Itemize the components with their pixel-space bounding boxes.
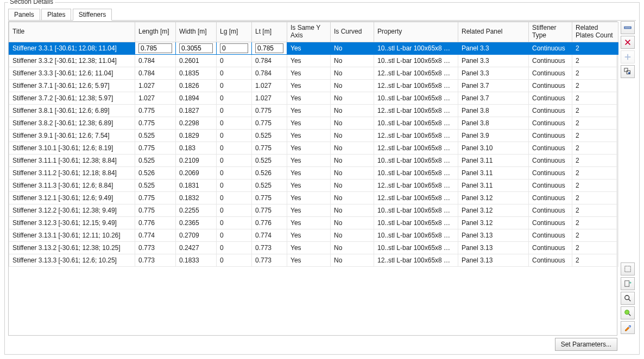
cell-lg[interactable]: 0: [217, 117, 252, 129]
cell-curved[interactable]: No: [331, 104, 374, 117]
cell-lt[interactable]: 0.775: [252, 117, 287, 129]
cell-rp[interactable]: 2: [572, 179, 618, 191]
cell-lt[interactable]: 0.776: [252, 216, 287, 229]
cell-same[interactable]: Yes: [287, 179, 331, 191]
cell-title[interactable]: Stiffener 3.10.1 [-30.61; 12.6; 8.19]: [9, 142, 135, 154]
cell-curved[interactable]: No: [331, 54, 374, 67]
cell-width[interactable]: 0.1832: [176, 191, 217, 204]
select-box-icon[interactable]: [621, 262, 635, 275]
cell-lg[interactable]: 0: [217, 179, 252, 191]
expand-icon[interactable]: [621, 21, 635, 34]
cell-same[interactable]: Yes: [287, 129, 331, 142]
cell-panel[interactable]: Panel 3.3: [458, 54, 529, 67]
table-header-row[interactable]: Title Length [m] Width [m] Lg [m] Lt [m]…: [9, 22, 618, 42]
cell-curved[interactable]: No: [331, 67, 374, 79]
cell-rp[interactable]: 2: [572, 254, 618, 266]
cell-property[interactable]: 12..stl L-bar 100x65x8 mm (side): [374, 254, 458, 266]
col-title[interactable]: Title: [9, 22, 135, 42]
col-lg[interactable]: Lg [m]: [217, 22, 252, 42]
cell-length[interactable]: 0.773: [135, 241, 176, 254]
tab-plates[interactable]: Plates: [41, 9, 71, 21]
cell-lt[interactable]: 0.775: [252, 104, 287, 117]
stiffeners-table[interactable]: Title Length [m] Width [m] Lg [m] Lt [m]…: [9, 22, 618, 267]
table-row[interactable]: Stiffener 3.12.1 [-30.61; 12.6; 9.49]0.7…: [9, 191, 618, 204]
cell-rp[interactable]: 2: [572, 104, 618, 117]
cell-lg[interactable]: 0: [217, 129, 252, 142]
cell-input-lg[interactable]: [220, 43, 248, 53]
table-row[interactable]: Stiffener 3.7.1 [-30.61; 12.6; 5.97]1.02…: [9, 79, 618, 92]
cell-property[interactable]: 12..stl L-bar 100x65x8 mm (side): [374, 67, 458, 79]
cell-stype[interactable]: Continuous: [529, 241, 572, 254]
table-row[interactable]: Stiffener 3.12.3 [-30.61; 12.15; 9.49]0.…: [9, 216, 618, 229]
cell-curved[interactable]: No: [331, 229, 374, 241]
cell-stype[interactable]: Continuous: [529, 92, 572, 104]
cell-same[interactable]: Yes: [287, 254, 331, 266]
cell-width[interactable]: 0.1835: [176, 67, 217, 79]
cell-title[interactable]: Stiffener 3.13.3 [-30.61; 12.6; 10.25]: [9, 254, 135, 266]
cell-lg[interactable]: 0: [217, 92, 252, 104]
cell-lg[interactable]: 0: [217, 229, 252, 241]
cell-panel[interactable]: Panel 3.8: [458, 104, 529, 117]
cell-lg[interactable]: 0: [217, 79, 252, 92]
cell-rp[interactable]: 2: [572, 229, 618, 241]
cell-rp[interactable]: 2: [572, 166, 618, 179]
cell-length[interactable]: 0.525: [135, 154, 176, 166]
cell-stype[interactable]: Continuous: [529, 154, 572, 166]
cell-stype[interactable]: Continuous: [529, 191, 572, 204]
cell-length[interactable]: [135, 42, 176, 54]
cell-same[interactable]: Yes: [287, 92, 331, 104]
cell-same[interactable]: Yes: [287, 104, 331, 117]
cell-lg[interactable]: [217, 42, 252, 54]
cell-panel[interactable]: Panel 3.12: [458, 216, 529, 229]
cell-panel[interactable]: Panel 3.12: [458, 191, 529, 204]
cell-rp[interactable]: 2: [572, 79, 618, 92]
cell-panel[interactable]: Panel 3.11: [458, 154, 529, 166]
tab-panels[interactable]: Panels: [8, 9, 40, 21]
cell-rp[interactable]: 2: [572, 241, 618, 254]
col-width[interactable]: Width [m]: [176, 22, 217, 42]
cell-rp[interactable]: 2: [572, 142, 618, 154]
cell-lt[interactable]: 0.774: [252, 229, 287, 241]
cell-length[interactable]: 1.027: [135, 79, 176, 92]
set-parameters-button[interactable]: Set Parameters...: [555, 338, 617, 351]
table-row[interactable]: Stiffener 3.9.1 [-30.61; 12.6; 7.54]0.52…: [9, 129, 618, 142]
cell-rp[interactable]: 2: [572, 216, 618, 229]
cell-property[interactable]: 10..stl L-bar 100x65x8 mm: [374, 216, 458, 229]
cell-panel[interactable]: Panel 3.9: [458, 129, 529, 142]
cell-stype[interactable]: Continuous: [529, 254, 572, 266]
cell-curved[interactable]: No: [331, 241, 374, 254]
cell-lt[interactable]: 0.775: [252, 142, 287, 154]
cell-length[interactable]: 0.775: [135, 191, 176, 204]
cell-lg[interactable]: 0: [217, 204, 252, 216]
cell-lg[interactable]: 0: [217, 154, 252, 166]
cell-length[interactable]: 0.784: [135, 54, 176, 67]
cell-width[interactable]: 0.2709: [176, 229, 217, 241]
cell-property[interactable]: 12..stl L-bar 100x65x8 mm (side): [374, 142, 458, 154]
cell-stype[interactable]: Continuous: [529, 129, 572, 142]
cell-same[interactable]: Yes: [287, 191, 331, 204]
col-property[interactable]: Property: [374, 22, 458, 42]
cell-stype[interactable]: Continuous: [529, 42, 572, 54]
table-row[interactable]: Stiffener 3.3.3 [-30.61; 12.6; 11.04]0.7…: [9, 67, 618, 79]
col-rp[interactable]: Related Plates Count: [572, 22, 618, 42]
cell-curved[interactable]: No: [331, 179, 374, 191]
cell-length[interactable]: 0.784: [135, 67, 176, 79]
table-row[interactable]: Stiffener 3.3.1 [-30.61; 12.08; 11.04]Ye…: [9, 42, 618, 54]
cell-width[interactable]: 0.1826: [176, 79, 217, 92]
cell-curved[interactable]: No: [331, 204, 374, 216]
cell-curved[interactable]: No: [331, 92, 374, 104]
cell-lg[interactable]: 0: [217, 191, 252, 204]
cell-rp[interactable]: 2: [572, 204, 618, 216]
cell-width[interactable]: 0.1894: [176, 92, 217, 104]
cell-same[interactable]: Yes: [287, 117, 331, 129]
cell-title[interactable]: Stiffener 3.8.2 [-30.61; 12.38; 6.89]: [9, 117, 135, 129]
cell-panel[interactable]: Panel 3.13: [458, 254, 529, 266]
cell-property[interactable]: 10..stl L-bar 100x65x8 mm: [374, 54, 458, 67]
cell-panel[interactable]: Panel 3.7: [458, 79, 529, 92]
cell-property[interactable]: 10..stl L-bar 100x65x8 mm: [374, 42, 458, 54]
cell-title[interactable]: Stiffener 3.12.2 [-30.61; 12.38; 9.49]: [9, 204, 135, 216]
cell-title[interactable]: Stiffener 3.11.1 [-30.61; 12.38; 8.84]: [9, 154, 135, 166]
cell-panel[interactable]: Panel 3.10: [458, 142, 529, 154]
cell-length[interactable]: 0.774: [135, 229, 176, 241]
cell-same[interactable]: Yes: [287, 204, 331, 216]
